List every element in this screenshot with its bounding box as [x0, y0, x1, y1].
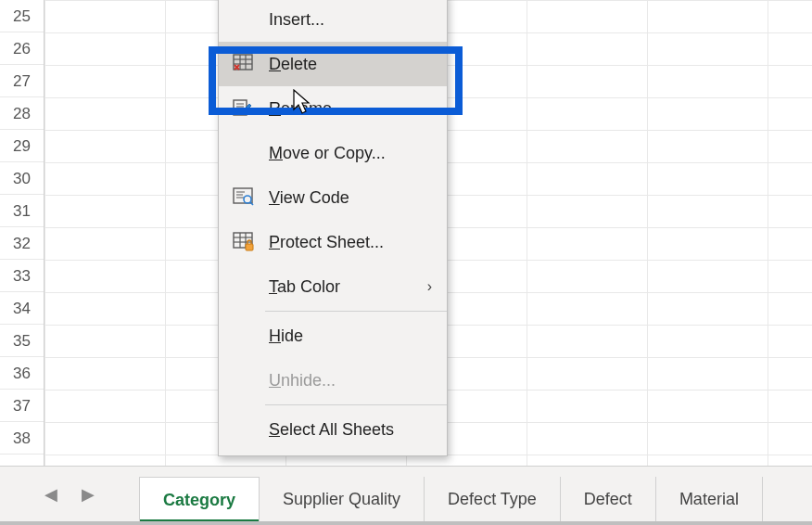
sheet-tab-label: Category: [163, 491, 235, 509]
menu-item-selectall[interactable]: Select All Sheets: [219, 407, 447, 452]
row-header[interactable]: 29: [0, 130, 44, 162]
menu-item-label: Rename: [269, 99, 432, 119]
menu-item-rename[interactable]: Rename: [219, 86, 447, 131]
menu-item-hide[interactable]: Hide: [219, 314, 447, 358]
row-header-column: 2526272829303132333435363738: [0, 0, 44, 466]
sheet-tab-label: Supplier Quality: [283, 490, 400, 508]
menu-item-delete[interactable]: Delete: [219, 42, 447, 86]
row-header[interactable]: 27: [0, 65, 44, 97]
menu-item-protect[interactable]: Protect Sheet...: [219, 220, 447, 264]
menu-item-unhide: Unhide...: [219, 358, 447, 403]
sheet-tab-label: Defect Type: [448, 490, 537, 508]
menu-item-label: View Code: [269, 188, 432, 208]
row-header[interactable]: 30: [0, 162, 44, 195]
sheet-tab-category[interactable]: Category: [139, 477, 260, 521]
sheet-tab-context-menu: Insert...DeleteRenameMove or Copy...View…: [218, 0, 448, 456]
svg-point-13: [244, 196, 251, 203]
menu-icon-placeholder: [232, 324, 256, 348]
chevron-right-icon: ›: [427, 278, 432, 295]
row-header[interactable]: 31: [0, 195, 44, 227]
view-code-icon: [232, 186, 256, 210]
sheet-tab-label: Material: [679, 490, 739, 508]
menu-item-label: Protect Sheet...: [269, 233, 432, 252]
menu-item-insert[interactable]: Insert...: [219, 0, 447, 42]
menu-item-label: Delete: [269, 55, 432, 74]
row-header[interactable]: 33: [0, 260, 44, 292]
table-delete-icon: [232, 52, 256, 76]
row-header[interactable]: 25: [0, 0, 44, 32]
row-header[interactable]: 26: [0, 32, 44, 65]
menu-item-label: Hide: [269, 327, 432, 346]
sheet-tab-material[interactable]: Material: [656, 477, 763, 521]
tabs-container: CategorySupplier QualityDefect TypeDefec…: [139, 467, 812, 521]
sheet-tab-defect[interactable]: Defect: [561, 477, 656, 521]
menu-icon-placeholder: [232, 417, 256, 442]
menu-icon-placeholder: [232, 7, 256, 32]
svg-rect-5: [234, 100, 247, 115]
row-header[interactable]: 32: [0, 227, 44, 260]
row-header[interactable]: 38: [0, 422, 44, 455]
menu-item-viewcode[interactable]: View Code: [219, 175, 447, 220]
menu-separator: [265, 311, 447, 312]
menu-icon-placeholder: [232, 141, 256, 165]
menu-item-tabcolor[interactable]: Tab Color›: [219, 264, 447, 309]
tab-prev-icon[interactable]: ◀: [44, 484, 57, 505]
sheet-tab-label: Defect: [584, 490, 632, 508]
row-header[interactable]: 37: [0, 390, 44, 422]
row-header[interactable]: 34: [0, 292, 44, 325]
sheet-tab-defect-type[interactable]: Defect Type: [425, 477, 561, 521]
tab-nav-arrows[interactable]: ◀ ▶: [0, 484, 139, 505]
row-header[interactable]: 28: [0, 97, 44, 130]
row-header[interactable]: 35: [0, 325, 44, 357]
sheet-tab-supplier-quality[interactable]: Supplier Quality: [260, 477, 425, 521]
menu-item-label: Tab Color: [269, 277, 427, 297]
menu-icon-placeholder: [232, 275, 256, 299]
sheet-tab-bar: ◀ ▶ CategorySupplier QualityDefect TypeD…: [0, 466, 812, 525]
menu-item-label: Move or Copy...: [269, 144, 432, 163]
menu-separator: [265, 404, 447, 405]
svg-rect-20: [246, 244, 253, 250]
menu-icon-placeholder: [232, 368, 256, 392]
protect-icon: [232, 230, 256, 254]
menu-item-label: Unhide...: [269, 371, 432, 391]
menu-item-label: Select All Sheets: [269, 420, 432, 440]
row-header[interactable]: 36: [0, 357, 44, 390]
menu-item-move[interactable]: Move or Copy...: [219, 131, 447, 175]
rename-icon: [232, 96, 256, 121]
tab-next-icon[interactable]: ▶: [82, 484, 95, 505]
menu-item-label: Insert...: [269, 10, 432, 30]
